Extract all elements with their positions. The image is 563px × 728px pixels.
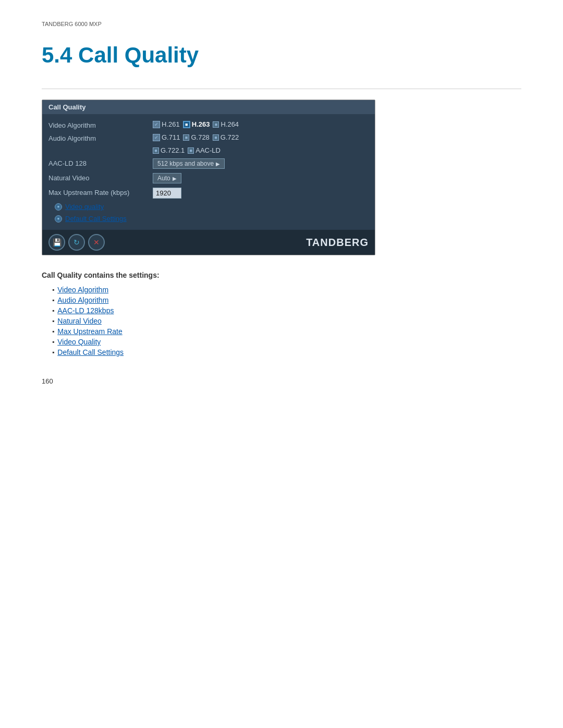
aacld128-dropdown-arrow: ▶ bbox=[216, 161, 220, 167]
page-number: 160 bbox=[42, 377, 521, 385]
natural-video-dropdown[interactable]: Auto ▶ bbox=[153, 173, 181, 183]
max-upstream-row: Max Upstream Rate (kbps) bbox=[48, 186, 369, 201]
aacld-option[interactable]: ■ AAC-LD bbox=[188, 146, 221, 154]
link-aacld[interactable]: AAC-LD 128kbps bbox=[57, 306, 114, 315]
link-default-call-settings[interactable]: Default Call Settings bbox=[57, 348, 124, 356]
list-item-video-algorithm: Video Algorithm bbox=[52, 286, 521, 294]
panel-header: Call Quality bbox=[42, 100, 375, 114]
h261-option[interactable]: ✔ H.261 bbox=[153, 120, 180, 128]
link-natural-video[interactable]: Natural Video bbox=[57, 317, 102, 325]
list-item-video-quality: Video Quality bbox=[52, 338, 521, 346]
video-algorithm-row: Video Algorithm ✔ H.261 ■ H.263 ■ H.264 bbox=[48, 118, 369, 131]
video-quality-spacer bbox=[48, 203, 55, 204]
aacld128-label: AAC-LD 128 bbox=[48, 158, 153, 167]
brand-header: TANDBERG 6000 MXP bbox=[42, 21, 521, 27]
refresh-icon: ↻ bbox=[74, 238, 80, 246]
save-button[interactable]: 💾 bbox=[48, 234, 65, 251]
g711-icon: ✔ bbox=[153, 134, 160, 141]
footer-icons: 💾 ↻ ✕ bbox=[48, 234, 105, 251]
default-call-settings-link[interactable]: Default Call Settings bbox=[65, 215, 127, 223]
aacld-icon: ■ bbox=[188, 147, 194, 154]
link-audio-algorithm[interactable]: Audio Algorithm bbox=[57, 296, 108, 304]
audio-algorithm-options2: ■ G.722.1 ■ AAC-LD bbox=[153, 146, 221, 154]
h264-label: H.264 bbox=[221, 120, 239, 128]
panel-body: Video Algorithm ✔ H.261 ■ H.263 ■ H.264 bbox=[42, 114, 375, 230]
list-item-audio-algorithm: Audio Algorithm bbox=[52, 296, 521, 304]
audio-algorithm-row: Audio Algorithm ✔ G.711 ■ G.728 ■ G.722 bbox=[48, 131, 369, 144]
g7221-label: G.722.1 bbox=[161, 146, 185, 154]
g728-option[interactable]: ■ G.728 bbox=[183, 133, 209, 141]
g722-option[interactable]: ■ G.722 bbox=[213, 133, 239, 141]
video-quality-row: ● Video quality bbox=[48, 201, 369, 213]
h263-option[interactable]: ■ H.263 bbox=[183, 120, 210, 128]
link-video-algorithm[interactable]: Video Algorithm bbox=[57, 286, 108, 294]
list-item-natural-video: Natural Video bbox=[52, 317, 521, 325]
g711-label: G.711 bbox=[162, 133, 180, 141]
section-heading: Call Quality contains the settings: bbox=[42, 271, 521, 279]
aacld128-content: 512 kbps and above ▶ bbox=[153, 158, 225, 169]
audio-algorithm-options: ✔ G.711 ■ G.728 ■ G.722 bbox=[153, 133, 239, 141]
aacld128-row: AAC-LD 128 512 kbps and above ▶ bbox=[48, 156, 369, 171]
list-item-default-call-settings: Default Call Settings bbox=[52, 348, 521, 356]
natural-video-dropdown-arrow: ▶ bbox=[173, 176, 177, 181]
divider-top bbox=[42, 89, 521, 89]
cancel-button[interactable]: ✕ bbox=[88, 234, 105, 251]
video-algorithm-options: ✔ H.261 ■ H.263 ■ H.264 bbox=[153, 120, 239, 128]
video-quality-link[interactable]: Video quality bbox=[65, 203, 104, 211]
refresh-button[interactable]: ↻ bbox=[68, 234, 85, 251]
aacld128-dropdown-label: 512 kbps and above bbox=[157, 160, 214, 167]
h263-icon: ■ bbox=[183, 121, 190, 128]
g7221-icon: ■ bbox=[153, 147, 159, 154]
default-call-settings-icon: ● bbox=[55, 215, 62, 223]
aacld-label: AAC-LD bbox=[195, 146, 221, 154]
g722-label: G.722 bbox=[221, 133, 239, 141]
g711-option[interactable]: ✔ G.711 bbox=[153, 133, 180, 141]
h261-icon: ✔ bbox=[153, 121, 160, 128]
video-quality-icon: ● bbox=[55, 203, 62, 211]
default-call-settings-content: ● Default Call Settings bbox=[55, 215, 127, 223]
h264-icon: ■ bbox=[213, 121, 219, 128]
natural-video-dropdown-label: Auto bbox=[157, 175, 170, 182]
default-call-settings-row: ● Default Call Settings bbox=[48, 213, 369, 225]
audio-algorithm-label: Audio Algorithm bbox=[48, 133, 153, 142]
aacld128-dropdown[interactable]: 512 kbps and above ▶ bbox=[153, 158, 225, 169]
link-max-upstream[interactable]: Max Upstream Rate bbox=[57, 327, 122, 336]
natural-video-content: Auto ▶ bbox=[153, 173, 181, 183]
natural-video-label: Natural Video bbox=[48, 173, 153, 182]
save-icon: 💾 bbox=[53, 238, 62, 246]
list-item-max-upstream: Max Upstream Rate bbox=[52, 327, 521, 336]
panel-footer: 💾 ↻ ✕ TANDBERG bbox=[42, 230, 375, 255]
video-algorithm-label: Video Algorithm bbox=[48, 120, 153, 129]
max-upstream-content bbox=[153, 188, 181, 199]
default-call-settings-spacer bbox=[48, 215, 55, 216]
tandberg-logo: TANDBERG bbox=[306, 237, 369, 249]
g7221-option[interactable]: ■ G.722.1 bbox=[153, 146, 185, 154]
settings-list: Video Algorithm Audio Algorithm AAC-LD 1… bbox=[42, 286, 521, 356]
h261-label: H.261 bbox=[162, 120, 180, 128]
page-title: 5.4 Call Quality bbox=[42, 43, 521, 68]
cancel-icon: ✕ bbox=[93, 238, 100, 246]
h264-option[interactable]: ■ H.264 bbox=[213, 120, 239, 128]
video-quality-content: ● Video quality bbox=[55, 203, 104, 211]
list-item-aacld: AAC-LD 128kbps bbox=[52, 306, 521, 315]
g728-label: G.728 bbox=[191, 133, 209, 141]
max-upstream-input[interactable] bbox=[153, 188, 181, 199]
link-video-quality[interactable]: Video Quality bbox=[57, 338, 101, 346]
ui-panel: Call Quality Video Algorithm ✔ H.261 ■ H… bbox=[42, 100, 375, 255]
h263-label: H.263 bbox=[192, 120, 210, 128]
g722-icon: ■ bbox=[213, 134, 219, 141]
g728-icon: ■ bbox=[183, 134, 189, 141]
audio-algorithm-row2: ■ G.722.1 ■ AAC-LD bbox=[48, 144, 369, 156]
max-upstream-label: Max Upstream Rate (kbps) bbox=[48, 188, 153, 196]
natural-video-row: Natural Video Auto ▶ bbox=[48, 171, 369, 186]
